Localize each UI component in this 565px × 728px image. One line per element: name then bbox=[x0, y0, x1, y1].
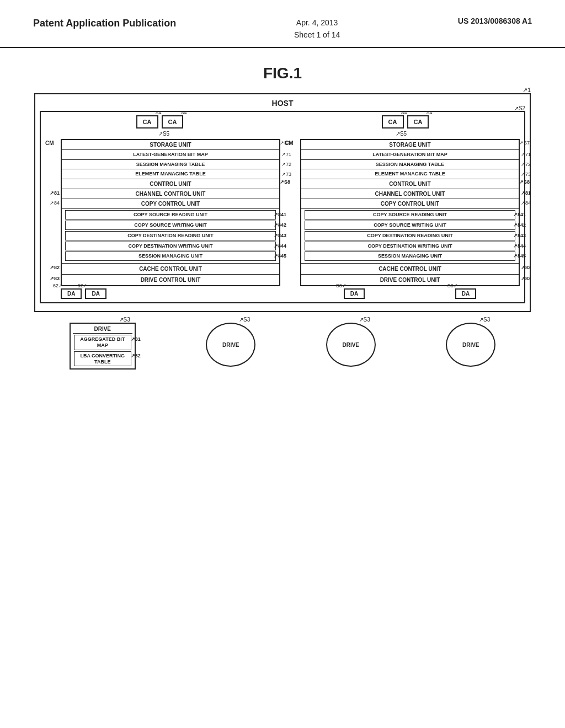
drive1-item: ↗S3 DRIVE AGGREGATED BIT MAP ↗31 LBA CON… bbox=[70, 317, 136, 371]
s8-ref-right: ↗S8 bbox=[519, 179, 530, 185]
left-copy-src-read: COPY SOURCE READING UNIT ↗841 bbox=[65, 210, 276, 220]
ref82-left: ↗82 bbox=[50, 265, 60, 270]
right-drive-ctrl-row: DRIVE CONTROL UNIT ↗83 bbox=[301, 275, 519, 285]
ref62-2: 62↗ bbox=[77, 283, 87, 288]
right-element-table-row: ELEMENT MANAGING TABLE ↗73 bbox=[301, 169, 519, 179]
left-session-table-row: SESSION MANAGING TABLE ↗72 bbox=[62, 160, 279, 170]
s4-ref1: S4 bbox=[155, 110, 161, 115]
host-label: HOST bbox=[40, 99, 525, 108]
right-control-unit-title: CONTROL UNIT ↗S8 bbox=[301, 179, 519, 189]
ref841-right: ↗841 bbox=[513, 212, 526, 218]
s2-ref: ↗S2 bbox=[514, 105, 525, 111]
ca3: CA bbox=[382, 115, 404, 129]
drive4-item: ↗S3 DRIVE bbox=[446, 317, 495, 371]
s3-ref4: ↗S3 bbox=[479, 317, 490, 323]
header-center: Apr. 4, 2013 Sheet 1 of 14 bbox=[294, 17, 340, 41]
ref843-right: ↗843 bbox=[513, 233, 526, 239]
left-latest-gen: LATEST-GENERATION BIT MAP bbox=[62, 150, 279, 159]
cm-label-left: CM bbox=[45, 140, 54, 146]
s4-ref4: S4 bbox=[426, 110, 432, 115]
publication-label: Patent Application Publication bbox=[33, 18, 176, 29]
drive2-circle: DRIVE bbox=[206, 323, 255, 367]
right-da-row: DA S6↗ DA S6↗ bbox=[300, 288, 520, 299]
left-element-table: ELEMENT MANAGING TABLE bbox=[62, 169, 279, 179]
ca1: CA bbox=[136, 115, 158, 129]
ref81-right: ↗81 bbox=[521, 190, 531, 196]
publication-date: Apr. 4, 2013 bbox=[294, 17, 340, 29]
header-left: Patent Application Publication bbox=[33, 17, 176, 30]
ref72-right: ↗72 bbox=[521, 162, 531, 167]
s6-ref1: S6↗ bbox=[336, 283, 347, 288]
left-da1: DA bbox=[61, 288, 82, 299]
ca3-wrapper: CA S4 bbox=[382, 115, 404, 129]
left-session-table: SESSION MANAGING TABLE bbox=[62, 160, 279, 169]
figure-title: FIG.1 bbox=[0, 65, 565, 82]
cm-sections: CM STORAGE UNIT ↗S7 LATEST-GENERATION BI… bbox=[45, 139, 520, 299]
ca2: CA bbox=[162, 115, 184, 129]
left-copy-src-write: COPY SOURCE WRITING UNIT ↗842 bbox=[65, 221, 276, 230]
ca4-wrapper: CA S4 bbox=[407, 115, 429, 129]
s5-row: ↗S5 ↗S5 bbox=[45, 131, 520, 137]
right-storage-title: STORAGE UNIT bbox=[301, 140, 519, 150]
s3-ref1: ↗S3 bbox=[119, 317, 130, 323]
left-copy-dest-read: COPY DESTINATION READING UNIT ↗843 bbox=[65, 231, 276, 240]
left-channel-ctrl-row: CHANNEL CONTROL UNIT ↗81 bbox=[62, 189, 279, 199]
right-sub-units: COPY SOURCE READING UNIT ↗841 COPY SOURC… bbox=[301, 209, 519, 263]
ref71-right: ↗71 bbox=[521, 152, 531, 157]
left-copy-ctrl-section: COPY CONTROL UNIT ↗84 COPY SOURCE READIN… bbox=[62, 199, 279, 264]
ref81-left: ↗81 bbox=[50, 190, 60, 196]
right-latest-gen-row: LATEST-GENERATION BIT MAP ↗71 bbox=[301, 150, 519, 160]
right-copy-src-read: COPY SOURCE READING UNIT ↗841 bbox=[305, 210, 515, 220]
drives-section: ↗S3 DRIVE AGGREGATED BIT MAP ↗31 LBA CON… bbox=[34, 317, 531, 371]
right-copy-dest-read: COPY DESTINATION READING UNIT ↗843 bbox=[305, 231, 515, 240]
left-cm-section: CM STORAGE UNIT ↗S7 LATEST-GENERATION BI… bbox=[45, 139, 280, 299]
right-cache-ctrl-row: CACHE CONTROL UNIT ↗82 bbox=[301, 264, 519, 275]
right-latest-gen: LATEST-GENERATION BIT MAP bbox=[301, 150, 519, 159]
s5-ref-left: ↗S5 bbox=[158, 131, 169, 137]
right-ca-group: CA S4 CA S4 bbox=[382, 115, 429, 129]
ref82-right: ↗82 bbox=[521, 265, 531, 270]
drive1-box: DRIVE AGGREGATED BIT MAP ↗31 LBA CONVERT… bbox=[70, 323, 136, 370]
right-session-managing-unit: SESSION MANAGING UNIT ↗845 bbox=[305, 251, 515, 261]
left-sub-units: COPY SOURCE READING UNIT ↗841 COPY SOURC… bbox=[62, 209, 279, 263]
ca1-wrapper: CA S4 bbox=[136, 115, 158, 129]
drive1-agg-bitmap: AGGREGATED BIT MAP ↗31 bbox=[74, 335, 131, 350]
ref31: ↗31 bbox=[131, 336, 141, 342]
right-channel-ctrl-row: CHANNEL CONTROL UNIT ↗81 bbox=[301, 189, 519, 199]
s7-ref-right: ↗S7 bbox=[519, 140, 530, 146]
ref842-right: ↗842 bbox=[513, 222, 526, 228]
host-box: HOST ↗1 ↗S2 CA S4 CA bbox=[34, 93, 531, 312]
ref83-right: ↗83 bbox=[521, 276, 531, 281]
right-copy-src-write: COPY SOURCE WRITING UNIT ↗842 bbox=[305, 221, 515, 230]
s3-ref2: ↗S3 bbox=[239, 317, 250, 323]
right-copy-ctrl-title: COPY CONTROL UNIT bbox=[301, 199, 519, 209]
ca2-wrapper: CA S4 bbox=[162, 115, 184, 129]
right-combined-box: STORAGE UNIT ↗S7 LATEST-GENERATION BIT M… bbox=[300, 139, 520, 286]
drive2-item: ↗S3 DRIVE bbox=[206, 317, 255, 371]
patent-number: US 2013/0086308 A1 bbox=[458, 17, 532, 25]
right-da2-wrapper: DA S6↗ bbox=[455, 288, 476, 299]
header-right: US 2013/0086308 A1 bbox=[458, 17, 532, 25]
drive1-label: DRIVE bbox=[73, 325, 132, 334]
left-latest-gen-row: LATEST-GENERATION BIT MAP ↗71 bbox=[62, 150, 279, 160]
sheet-info: Sheet 1 of 14 bbox=[294, 29, 340, 41]
ca-row: CA S4 CA S4 CA bbox=[45, 115, 520, 129]
right-copy-dest-write: COPY DESTINATION WRITING UNIT ↗844 bbox=[305, 242, 515, 251]
right-session-table: SESSION MANAGING TABLE bbox=[301, 160, 519, 169]
left-da2-wrapper: DA 62↗ bbox=[85, 288, 106, 299]
left-cache-ctrl-row: CACHE CONTROL UNIT ↗82 bbox=[62, 264, 279, 275]
drive4-circle: DRIVE bbox=[446, 323, 495, 367]
page-header: Patent Application Publication Apr. 4, 2… bbox=[0, 0, 565, 48]
s4-ref2: S4 bbox=[180, 110, 186, 115]
ca4: CA bbox=[407, 115, 429, 129]
right-da2: DA bbox=[455, 288, 476, 299]
ref62-1: 62↗ bbox=[53, 283, 63, 288]
s6-ref2: S6↗ bbox=[447, 283, 458, 288]
right-session-table-row: SESSION MANAGING TABLE ↗72 bbox=[301, 160, 519, 170]
diagram-container: HOST ↗1 ↗S2 CA S4 CA bbox=[34, 93, 531, 371]
left-session-managing-unit: SESSION MANAGING UNIT ↗845 bbox=[65, 251, 276, 261]
ref84-right: ↗84 bbox=[521, 200, 531, 206]
left-drive-ctrl-row: DRIVE CONTROL UNIT ↗83 bbox=[62, 275, 279, 285]
ref32: ↗32 bbox=[131, 353, 141, 359]
ref844-right: ↗844 bbox=[513, 243, 526, 249]
